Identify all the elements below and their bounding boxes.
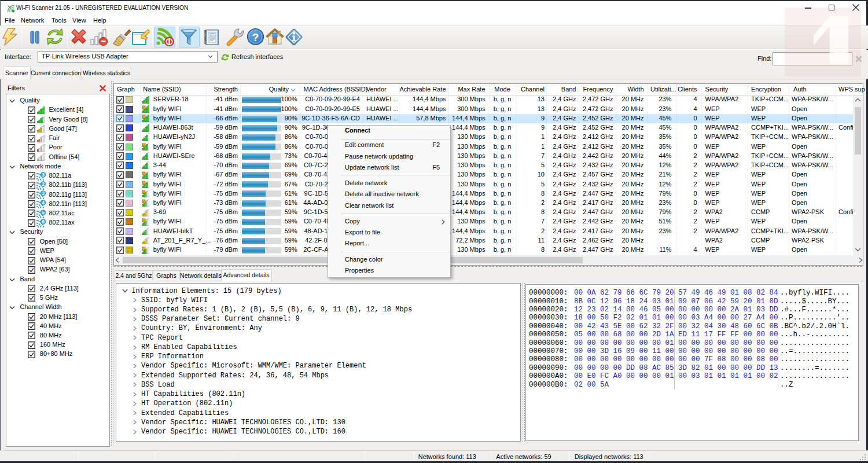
svg-text:4: 4 xyxy=(42,200,45,206)
svg-text:6: 6 xyxy=(42,219,45,225)
svg-text:3: 3 xyxy=(42,172,45,178)
svg-text:5: 5 xyxy=(42,210,45,215)
svg-text:?: ? xyxy=(252,31,259,43)
svg-text:2: 2 xyxy=(42,181,45,187)
svg-text:3: 3 xyxy=(42,190,45,196)
